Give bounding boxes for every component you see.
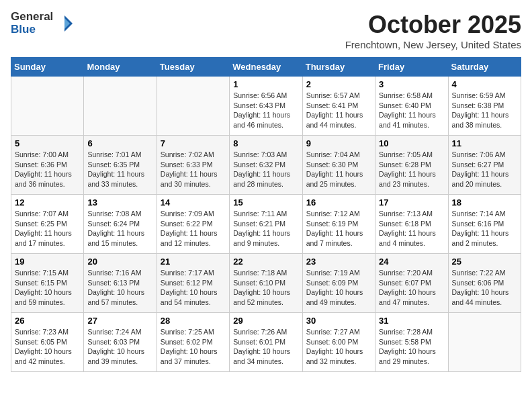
day-number: 11 (452, 138, 517, 148)
day-info: Sunrise: 7:13 AM Sunset: 6:18 PM Dayligh… (379, 209, 444, 248)
calendar-cell (84, 77, 157, 136)
calendar-cell: 23Sunrise: 7:19 AM Sunset: 6:09 PM Dayli… (302, 254, 375, 313)
calendar-cell: 9Sunrise: 7:04 AM Sunset: 6:30 PM Daylig… (302, 136, 375, 195)
day-info: Sunrise: 7:00 AM Sunset: 6:36 PM Dayligh… (15, 150, 80, 189)
day-info: Sunrise: 7:25 AM Sunset: 6:02 PM Dayligh… (161, 327, 226, 367)
day-number: 1 (233, 79, 298, 89)
day-info: Sunrise: 7:16 AM Sunset: 6:13 PM Dayligh… (87, 268, 152, 308)
calendar-cell: 17Sunrise: 7:13 AM Sunset: 6:18 PM Dayli… (375, 195, 448, 254)
calendar-cell: 18Sunrise: 7:14 AM Sunset: 6:16 PM Dayli… (448, 195, 521, 254)
day-number: 4 (452, 79, 517, 89)
calendar-cell (11, 77, 84, 136)
calendar-cell (157, 77, 229, 136)
day-info: Sunrise: 7:26 AM Sunset: 6:01 PM Dayligh… (233, 327, 298, 367)
day-number: 27 (87, 316, 152, 326)
logo-general: General (11, 11, 53, 24)
logo-text: General Blue (11, 11, 74, 36)
calendar-cell: 24Sunrise: 7:20 AM Sunset: 6:07 PM Dayli… (375, 254, 448, 313)
calendar-cell: 14Sunrise: 7:09 AM Sunset: 6:22 PM Dayli… (157, 195, 229, 254)
day-info: Sunrise: 7:19 AM Sunset: 6:09 PM Dayligh… (306, 268, 371, 308)
day-info: Sunrise: 7:24 AM Sunset: 6:03 PM Dayligh… (87, 327, 152, 367)
day-number: 23 (306, 257, 371, 267)
day-number: 19 (15, 257, 80, 267)
calendar-cell: 25Sunrise: 7:22 AM Sunset: 6:06 PM Dayli… (448, 254, 521, 313)
day-number: 18 (452, 197, 517, 208)
day-info: Sunrise: 7:23 AM Sunset: 6:05 PM Dayligh… (15, 327, 80, 367)
day-info: Sunrise: 7:17 AM Sunset: 6:12 PM Dayligh… (161, 268, 226, 308)
day-info: Sunrise: 6:57 AM Sunset: 6:41 PM Dayligh… (306, 91, 371, 130)
day-info: Sunrise: 7:05 AM Sunset: 6:28 PM Dayligh… (379, 150, 444, 189)
calendar-cell: 22Sunrise: 7:18 AM Sunset: 6:10 PM Dayli… (230, 254, 302, 313)
day-info: Sunrise: 7:14 AM Sunset: 6:16 PM Dayligh… (452, 209, 517, 248)
calendar-cell: 29Sunrise: 7:26 AM Sunset: 6:01 PM Dayli… (230, 313, 302, 372)
day-number: 16 (306, 197, 371, 208)
calendar-cell: 1Sunrise: 6:56 AM Sunset: 6:43 PM Daylig… (230, 77, 302, 136)
day-info: Sunrise: 7:20 AM Sunset: 6:07 PM Dayligh… (379, 268, 444, 308)
weekday-header-sunday: Sunday (11, 58, 84, 77)
title-block: October 2025 Frenchtown, New Jersey, Uni… (345, 11, 521, 50)
day-number: 8 (233, 138, 298, 148)
day-number: 15 (233, 197, 298, 208)
day-number: 7 (161, 138, 226, 148)
calendar-cell: 31Sunrise: 7:28 AM Sunset: 5:58 PM Dayli… (375, 313, 448, 372)
day-number: 24 (379, 257, 444, 267)
day-number: 20 (87, 257, 152, 267)
calendar-week-row: 5Sunrise: 7:00 AM Sunset: 6:36 PM Daylig… (11, 136, 521, 195)
day-number: 29 (233, 316, 298, 326)
day-info: Sunrise: 7:02 AM Sunset: 6:33 PM Dayligh… (161, 150, 226, 189)
calendar-cell: 20Sunrise: 7:16 AM Sunset: 6:13 PM Dayli… (84, 254, 157, 313)
calendar-cell: 5Sunrise: 7:00 AM Sunset: 6:36 PM Daylig… (11, 136, 84, 195)
day-number: 26 (15, 316, 80, 326)
calendar-cell: 2Sunrise: 6:57 AM Sunset: 6:41 PM Daylig… (302, 77, 375, 136)
calendar-cell: 26Sunrise: 7:23 AM Sunset: 6:05 PM Dayli… (11, 313, 84, 372)
weekday-header-monday: Monday (84, 58, 157, 77)
weekday-header-saturday: Saturday (448, 58, 521, 77)
day-info: Sunrise: 7:09 AM Sunset: 6:22 PM Dayligh… (161, 209, 226, 248)
day-info: Sunrise: 6:58 AM Sunset: 6:40 PM Dayligh… (379, 91, 444, 130)
calendar-table: SundayMondayTuesdayWednesdayThursdayFrid… (11, 57, 521, 372)
calendar-cell: 7Sunrise: 7:02 AM Sunset: 6:33 PM Daylig… (157, 136, 229, 195)
calendar-cell: 27Sunrise: 7:24 AM Sunset: 6:03 PM Dayli… (84, 313, 157, 372)
calendar-week-row: 26Sunrise: 7:23 AM Sunset: 6:05 PM Dayli… (11, 313, 521, 372)
day-info: Sunrise: 7:22 AM Sunset: 6:06 PM Dayligh… (452, 268, 517, 308)
calendar-cell: 3Sunrise: 6:58 AM Sunset: 6:40 PM Daylig… (375, 77, 448, 136)
day-number: 28 (161, 316, 226, 326)
calendar-cell: 6Sunrise: 7:01 AM Sunset: 6:35 PM Daylig… (84, 136, 157, 195)
logo-flag-icon (55, 14, 74, 33)
day-info: Sunrise: 7:27 AM Sunset: 6:00 PM Dayligh… (306, 327, 371, 367)
day-number: 10 (379, 138, 444, 148)
day-info: Sunrise: 7:28 AM Sunset: 5:58 PM Dayligh… (379, 327, 444, 367)
day-number: 21 (161, 257, 226, 267)
logo-blue: Blue (11, 24, 53, 36)
day-info: Sunrise: 7:11 AM Sunset: 6:21 PM Dayligh… (233, 209, 298, 248)
weekday-header-thursday: Thursday (302, 58, 375, 77)
day-number: 3 (379, 79, 444, 89)
calendar-cell: 16Sunrise: 7:12 AM Sunset: 6:19 PM Dayli… (302, 195, 375, 254)
calendar-week-row: 19Sunrise: 7:15 AM Sunset: 6:15 PM Dayli… (11, 254, 521, 313)
calendar-cell: 4Sunrise: 6:59 AM Sunset: 6:38 PM Daylig… (448, 77, 521, 136)
day-number: 17 (379, 197, 444, 208)
day-info: Sunrise: 6:56 AM Sunset: 6:43 PM Dayligh… (233, 91, 298, 130)
calendar-cell: 28Sunrise: 7:25 AM Sunset: 6:02 PM Dayli… (157, 313, 229, 372)
day-number: 12 (15, 197, 80, 208)
logo: General Blue (11, 11, 74, 36)
calendar-cell (448, 313, 521, 372)
day-number: 22 (233, 257, 298, 267)
day-number: 6 (87, 138, 152, 148)
day-info: Sunrise: 7:04 AM Sunset: 6:30 PM Dayligh… (306, 150, 371, 189)
page-header: General Blue October 2025 Frenchtown, Ne… (11, 11, 521, 50)
weekday-header-tuesday: Tuesday (157, 58, 229, 77)
calendar-cell: 13Sunrise: 7:08 AM Sunset: 6:24 PM Dayli… (84, 195, 157, 254)
day-info: Sunrise: 7:15 AM Sunset: 6:15 PM Dayligh… (15, 268, 80, 308)
day-info: Sunrise: 7:01 AM Sunset: 6:35 PM Dayligh… (87, 150, 152, 189)
day-info: Sunrise: 7:03 AM Sunset: 6:32 PM Dayligh… (233, 150, 298, 189)
day-number: 14 (161, 197, 226, 208)
calendar-cell: 10Sunrise: 7:05 AM Sunset: 6:28 PM Dayli… (375, 136, 448, 195)
calendar-cell: 12Sunrise: 7:07 AM Sunset: 6:25 PM Dayli… (11, 195, 84, 254)
calendar-cell: 11Sunrise: 7:06 AM Sunset: 6:27 PM Dayli… (448, 136, 521, 195)
day-info: Sunrise: 7:12 AM Sunset: 6:19 PM Dayligh… (306, 209, 371, 248)
day-number: 2 (306, 79, 371, 89)
calendar-header-row: SundayMondayTuesdayWednesdayThursdayFrid… (11, 58, 521, 77)
calendar-cell: 21Sunrise: 7:17 AM Sunset: 6:12 PM Dayli… (157, 254, 229, 313)
day-number: 9 (306, 138, 371, 148)
